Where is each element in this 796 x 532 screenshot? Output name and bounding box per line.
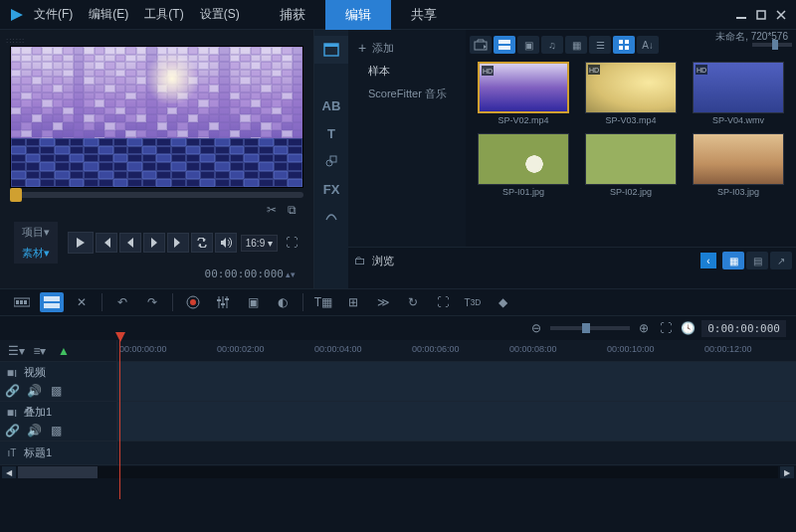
panel-expand-button[interactable]: ↗ <box>770 252 792 269</box>
track-body-video[interactable] <box>117 362 796 401</box>
filter-all-button[interactable] <box>494 36 515 54</box>
loop-button[interactable] <box>191 233 213 253</box>
horizontal-scrollbar[interactable] <box>18 466 778 478</box>
undo-button[interactable]: ↶ <box>110 292 134 312</box>
volume-button[interactable] <box>215 233 237 253</box>
view-list-button[interactable]: ☰ <box>589 36 611 54</box>
track-options-1[interactable]: ☰▾ <box>8 343 24 359</box>
panel-grip[interactable]: :::::: <box>6 36 307 44</box>
preview-tab-project[interactable]: 项目▾ <box>14 222 58 243</box>
tab-share[interactable]: 共享 <box>391 0 457 30</box>
tab-capture[interactable]: 捕获 <box>260 0 325 30</box>
library-folder-scorefitter[interactable]: ScoreFitter 音乐 <box>354 83 460 105</box>
thumbnail-size-slider[interactable] <box>752 43 792 47</box>
track-motion-button[interactable]: ↻ <box>401 292 425 312</box>
svg-rect-0 <box>736 17 746 19</box>
clock-icon[interactable]: 🕓 <box>680 320 696 336</box>
scroll-left-button[interactable]: ‹ <box>700 253 716 268</box>
panel-option-2[interactable]: ▤ <box>746 252 768 269</box>
motion-button[interactable]: ≫ <box>371 292 395 312</box>
maximize-button[interactable] <box>752 7 770 23</box>
track-head-overlay1[interactable]: ■ı 叠加1 🔗 🔊 ▩ <box>0 402 117 441</box>
menu-edit[interactable]: 编辑(E) <box>89 6 128 23</box>
track-options-2[interactable]: ≡▾ <box>32 343 48 359</box>
timeline-view-button[interactable] <box>40 292 64 312</box>
preview-scrubber[interactable] <box>10 192 303 198</box>
marker-button[interactable]: ▣ <box>241 292 265 312</box>
library-add-button[interactable]: + 添加 <box>354 36 460 60</box>
menu-tools[interactable]: 工具(T) <box>144 6 183 23</box>
redo-button[interactable]: ↷ <box>140 292 164 312</box>
scroll-left-arrow[interactable]: ◀ <box>2 466 16 478</box>
multicam-button[interactable]: T▦ <box>311 292 335 312</box>
menu-settings[interactable]: 设置(S) <box>200 6 240 23</box>
fit-project-button[interactable]: ⛶ <box>658 320 674 336</box>
library-tab-sound[interactable] <box>314 64 348 91</box>
play-button[interactable] <box>68 232 94 254</box>
zoom-slider[interactable] <box>550 326 630 330</box>
playhead[interactable] <box>119 340 120 499</box>
add-track-button[interactable]: ▲ <box>56 343 72 359</box>
hide-icon[interactable]: ▩ <box>48 423 64 439</box>
media-thumbnail[interactable]: SP-I01.jpg <box>474 133 573 197</box>
preview-viewport[interactable] <box>10 46 303 188</box>
library-tab-path[interactable] <box>314 203 348 231</box>
goto-start-button[interactable] <box>96 233 117 253</box>
media-thumbnail[interactable]: HDSP-V04.wmv <box>689 62 788 125</box>
tools-button[interactable]: ✕ <box>70 292 94 312</box>
svg-rect-1 <box>757 11 765 19</box>
zoom-out-button[interactable]: ⊖ <box>528 320 544 336</box>
timeline-ruler[interactable]: 00:00:00:00 00:00:02:00 00:00:04:00 00:0… <box>117 340 796 361</box>
media-thumbnail[interactable]: HDSP-V03.mp4 <box>581 62 681 125</box>
scroll-right-arrow[interactable]: ▶ <box>780 466 794 478</box>
hide-icon[interactable]: ▩ <box>48 383 64 399</box>
library-tab-media[interactable] <box>314 36 348 64</box>
snapshot-icon[interactable]: ⧉ <box>284 202 299 218</box>
mute-icon[interactable]: 🔊 <box>26 383 42 399</box>
minimize-button[interactable] <box>732 7 750 23</box>
filter-photo-button[interactable]: ▦ <box>565 36 587 54</box>
track-body-title1[interactable] <box>117 442 796 464</box>
zoom-in-button[interactable]: ⊕ <box>636 320 652 336</box>
link-icon[interactable]: 🔗 <box>4 383 20 399</box>
library-tab-filter[interactable]: FX <box>314 175 348 203</box>
record-button[interactable] <box>181 292 205 312</box>
storyboard-view-button[interactable] <box>10 292 34 312</box>
library-tab-transition[interactable]: AB <box>314 91 348 119</box>
link-icon[interactable]: 🔗 <box>4 423 20 439</box>
tab-edit[interactable]: 编辑 <box>325 0 391 30</box>
auto-music-button[interactable]: ◐ <box>271 292 295 312</box>
aspect-ratio-selector[interactable]: 16:9 ▾ <box>241 235 278 252</box>
mixer-button[interactable] <box>211 292 235 312</box>
sort-button[interactable]: A↓ <box>637 36 659 54</box>
scissors-icon[interactable]: ✂ <box>264 202 280 218</box>
mask-button[interactable]: ◆ <box>491 292 514 312</box>
prev-frame-button[interactable] <box>119 233 141 253</box>
view-grid-button[interactable] <box>613 36 635 54</box>
import-media-button[interactable] <box>470 36 492 54</box>
fullscreen-icon[interactable]: ⛶ <box>284 235 299 251</box>
crop-button[interactable]: ⛶ <box>431 292 455 312</box>
mute-icon[interactable]: 🔊 <box>26 423 42 439</box>
close-button[interactable] <box>772 7 790 23</box>
media-thumbnail[interactable]: SP-I03.jpg <box>689 133 788 197</box>
split-screen-button[interactable]: ⊞ <box>341 292 365 312</box>
track-body-overlay1[interactable] <box>117 402 796 441</box>
preview-tab-material[interactable]: 素材▾ <box>14 243 58 264</box>
3d-title-button[interactable]: T3D <box>461 292 485 312</box>
media-thumbnail[interactable]: SP-I02.jpg <box>581 133 681 197</box>
filter-audio-button[interactable]: ♫ <box>541 36 563 54</box>
menu-file[interactable]: 文件(F) <box>34 6 73 23</box>
goto-end-button[interactable] <box>167 233 189 253</box>
library-tab-graphics[interactable] <box>314 147 348 175</box>
media-thumbnail[interactable]: HDSP-V02.mp4 <box>474 62 573 125</box>
library-tab-title[interactable]: T <box>314 119 348 147</box>
track-head-video[interactable]: ■ı 视频 🔗 🔊 ▩ <box>0 362 117 401</box>
track-head-title1[interactable]: ıT 标题1 <box>0 442 117 464</box>
library-folder-sample[interactable]: 样本 <box>354 60 460 83</box>
timeline-timecode[interactable]: 0:00:00:000 <box>701 320 786 337</box>
filter-video-button[interactable]: ▣ <box>517 36 539 54</box>
explorer-icon[interactable]: 🗀 <box>352 253 368 268</box>
panel-option-1[interactable]: ▦ <box>722 252 744 269</box>
next-frame-button[interactable] <box>143 233 165 253</box>
